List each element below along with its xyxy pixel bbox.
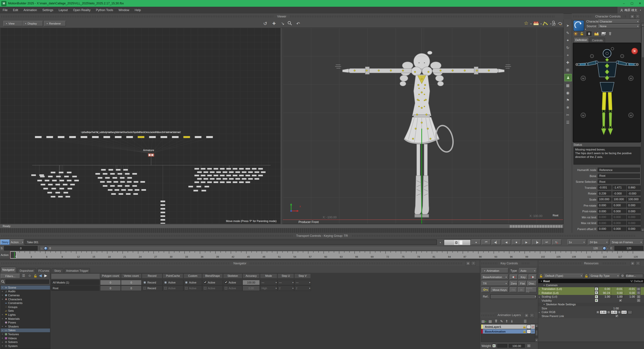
tab-dopesheet[interactable]: Dopesheet <box>17 268 36 273</box>
tree-expander[interactable]: + <box>1 313 4 316</box>
weight-key-button[interactable]: K <box>492 344 496 348</box>
property-checkbox[interactable]: ✔ <box>615 314 619 318</box>
display-dropdown[interactable]: ▼Display <box>22 21 43 26</box>
delete-character-icon[interactable] <box>608 32 612 36</box>
tree-expander[interactable]: + <box>1 290 4 292</box>
cell-record[interactable]: Record <box>142 285 162 291</box>
action-mode-dropdown[interactable]: Action▼ <box>10 239 24 245</box>
tab-definition[interactable]: Definition <box>574 37 589 43</box>
menu-edit[interactable]: Edit <box>10 7 21 14</box>
menu-file[interactable]: File <box>0 7 10 14</box>
layer-lock-icon[interactable] <box>523 330 526 333</box>
editor-button[interactable]: Editor... <box>625 274 643 278</box>
pen-tool-icon[interactable]: ✎ <box>564 30 571 36</box>
duplicate-layer-icon[interactable]: ▤ <box>488 319 492 323</box>
field-value[interactable]: 0.000 <box>627 203 641 207</box>
tab-story[interactable]: Story <box>52 268 64 273</box>
key-button[interactable]: K <box>595 299 598 302</box>
column-header-mode[interactable]: Mode <box>260 273 277 278</box>
view-dropdown[interactable]: ▼View <box>3 21 22 26</box>
tree-item-solvers[interactable]: +⚙Solvers <box>1 340 50 344</box>
tree-item-videos[interactable]: +▦Videos <box>1 336 50 340</box>
record-button[interactable]: ● <box>472 239 481 245</box>
field-value-scene-selection[interactable]: Root <box>598 179 640 184</box>
prev-frame-button[interactable]: ◀▏ <box>492 239 501 245</box>
auto-button[interactable]: A <box>636 287 641 291</box>
character-definition-map[interactable]: ✕ <box>573 43 641 142</box>
field-value[interactable]: 0.000 <box>627 209 641 213</box>
cell-skeleton[interactable]: Active <box>223 280 242 285</box>
pointcache-checkbox[interactable] <box>164 287 167 289</box>
property-color-rgb[interactable]: ▸Color RGBR0.80G0.80B0.8... <box>538 310 644 314</box>
tree-item-lights[interactable]: +☀Lights <box>1 313 50 316</box>
dropdown-icon[interactable]: ▼ <box>274 287 277 289</box>
ruler-dropdown-icon[interactable]: ▼ <box>539 23 542 25</box>
tree-item-audio[interactable]: +♫Audio <box>1 289 50 293</box>
panel-close-icon[interactable]: ✕ <box>635 14 640 19</box>
tree-expander[interactable]: + <box>1 333 4 335</box>
translate-tool-icon[interactable]: ✚ <box>564 59 571 66</box>
flat-button[interactable]: Flat <box>518 281 526 286</box>
column-header-blendshape[interactable]: BlendShape <box>202 273 223 278</box>
cell-step_v[interactable]: 2▼ <box>294 285 311 291</box>
tab-navigator[interactable]: Navigator <box>1 267 16 272</box>
tab-controls[interactable]: Controls <box>590 38 605 43</box>
target-tool-icon[interactable]: ⌖ <box>564 52 571 59</box>
snowflake-tool-icon[interactable]: ❄ <box>564 104 571 111</box>
field-value[interactable]: -0.000 <box>612 191 626 196</box>
field-value[interactable]: 0.000 <box>627 221 641 225</box>
layer-menu-icon[interactable]: ☰ <box>524 319 527 323</box>
property-translation--lcl-[interactable]: ▸Translation (Lcl)K0.00-0.01-0.01A <box>538 287 644 291</box>
column-header-skeleton[interactable]: Skeleton <box>223 273 242 278</box>
story-button[interactable]: Story <box>0 239 10 245</box>
field-value[interactable]: 100.000 <box>627 197 641 202</box>
tree-item-materials[interactable]: +●Materials <box>1 317 50 321</box>
character-model[interactable] <box>335 51 511 224</box>
column-header-custom[interactable]: Custom <box>183 273 202 278</box>
field-value[interactable]: -1.471 <box>612 185 626 190</box>
field-value[interactable]: 0.000 <box>598 221 612 225</box>
character-tool-icon[interactable]: ♟ <box>564 74 572 81</box>
cell-step_u[interactable]: ---▼ <box>277 280 294 285</box>
panel-close-icon[interactable]: ✕ <box>636 261 640 266</box>
property-scaling--lcl-[interactable]: ▸Scaling (Lcl)K1.001.001.00A <box>538 295 644 299</box>
tree-expander[interactable]: + <box>1 325 4 327</box>
panel-close-icon[interactable]: ✕ <box>530 313 534 318</box>
sync-all-button[interactable]: Sync. All <box>526 287 536 292</box>
action-timeline[interactable]: Action 036912151821242730333639424548515… <box>0 251 644 259</box>
brush-layer-icon[interactable]: ✎ <box>500 319 503 323</box>
tree-expander[interactable]: + <box>1 345 4 347</box>
filters-button[interactable]: Filters... <box>1 274 20 278</box>
flag-tool-icon[interactable]: ⚑ <box>564 97 571 104</box>
move-keys-button[interactable]: Move Keys <box>491 287 508 292</box>
tree-item-sets[interactable]: ▱Sets <box>1 309 50 313</box>
field-value-bone[interactable]: Root <box>598 173 640 178</box>
schematic-view[interactable]: UpBadBejwTwinTail_subBodyHairBangSideHai… <box>0 28 281 224</box>
tree-expander[interactable]: + <box>1 298 4 300</box>
key-button[interactable]: K <box>595 287 598 291</box>
property-value[interactable]: 1.00 <box>624 295 636 298</box>
field-value[interactable]: 0.000 <box>612 203 626 207</box>
field-value[interactable]: 0.000 <box>612 227 626 231</box>
cell-custom[interactable]: Active <box>183 285 202 291</box>
rgb-value[interactable]: 0.80 <box>600 310 606 314</box>
field-value[interactable]: 0.000 <box>627 215 641 219</box>
maximize-button[interactable]: ▢ <box>628 0 636 7</box>
cell-skeleton[interactable]: Active <box>223 285 242 291</box>
add-layer-icon[interactable]: ▤+ <box>482 319 486 323</box>
tree-item-system[interactable]: +◎System <box>1 344 50 348</box>
column-header-pointcache[interactable]: PointCache <box>162 273 183 278</box>
cell-custom[interactable]: Active <box>183 280 202 285</box>
measure-ruler-icon[interactable] <box>533 21 539 26</box>
tab-animation-trigger[interactable]: Animation Trigger <box>64 268 90 273</box>
wand-tool-icon[interactable]: ✦ <box>564 37 571 44</box>
menu-layout[interactable]: Layout <box>56 7 70 14</box>
field-value[interactable]: 0.860 <box>627 185 641 190</box>
next-key-button[interactable]: ●▶ <box>528 274 536 279</box>
sphere-tool-icon[interactable]: ◉ <box>564 89 571 96</box>
play-backwards-button[interactable]: ◀ <box>502 239 511 245</box>
panel-close-icon[interactable]: ✕ <box>471 261 476 266</box>
field-value[interactable]: 0.000 <box>598 215 612 219</box>
favorites-star-icon[interactable]: ☆ <box>523 20 529 27</box>
tree-item-characters[interactable]: +♟Characters <box>1 297 50 301</box>
